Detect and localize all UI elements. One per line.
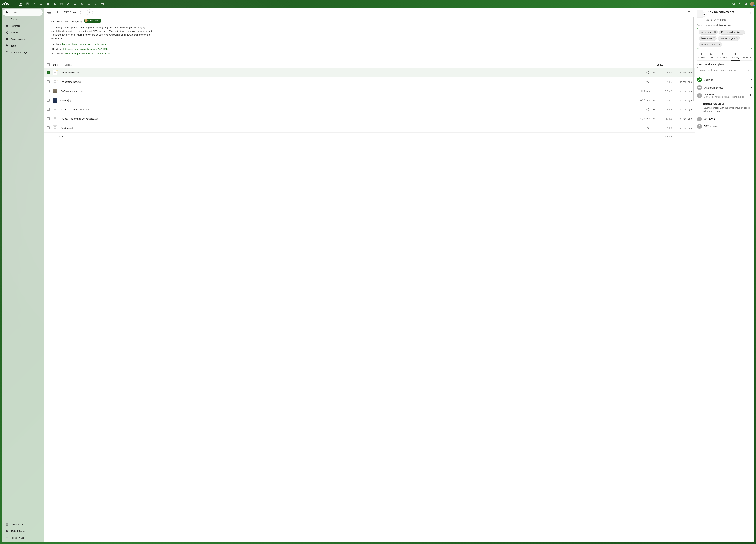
chevron-down-icon[interactable]: ▾ xyxy=(751,86,752,89)
more-actions-icon[interactable]: ••• xyxy=(652,125,657,131)
toggle-sidebar-icon[interactable] xyxy=(47,10,52,15)
project-link-url[interactable]: https://tech-preview.nextcloud.com/f/514… xyxy=(62,43,107,46)
add-button[interactable]: + xyxy=(87,9,93,15)
contacts-menu-icon[interactable] xyxy=(744,2,747,5)
row-checkbox[interactable] xyxy=(47,90,50,92)
more-actions-icon[interactable]: ••• xyxy=(652,98,657,103)
tab-chat[interactable]: Chat xyxy=(708,52,714,60)
row-checkbox[interactable] xyxy=(47,127,50,129)
list-icon[interactable] xyxy=(87,2,90,5)
share-file-icon[interactable] xyxy=(645,79,650,85)
clipboard-icon[interactable] xyxy=(750,94,752,97)
file-row[interactable]: CAT scanner room.jpg Shared ••• 5.5 MB a… xyxy=(44,86,695,96)
more-actions-icon[interactable]: ••• xyxy=(652,88,657,94)
search-icon[interactable] xyxy=(732,2,735,5)
row-checkbox[interactable] xyxy=(47,108,50,111)
file-name[interactable]: CAT scanner room.jpg xyxy=(60,90,637,92)
tag-chip[interactable]: internal project✕ xyxy=(718,36,740,41)
tag-chip[interactable]: cat scanner✕ xyxy=(699,30,718,35)
file-name[interactable]: Project Timeline and Deliverables.ods xyxy=(60,117,637,120)
home-icon[interactable] xyxy=(55,10,60,15)
grid-view-icon[interactable] xyxy=(686,10,692,15)
file-name[interactable]: Project CAT scan slides.odp xyxy=(60,108,642,111)
remove-tag-icon[interactable]: ✕ xyxy=(718,43,720,46)
scrollbar[interactable] xyxy=(693,17,694,101)
user-avatar[interactable] xyxy=(750,2,754,6)
bookmarks-icon[interactable] xyxy=(80,2,83,5)
file-row[interactable]: Project Timeline and Deliverables.ods Sh… xyxy=(44,114,695,123)
breadcrumb-current[interactable]: CAT Scan xyxy=(64,11,76,14)
sidebar-deleted-files[interactable]: Deleted files xyxy=(3,521,43,528)
file-name[interactable]: Readme.md xyxy=(60,127,642,129)
project-link-url[interactable]: https://tech-preview.nextcloud.com/f/514… xyxy=(63,48,108,50)
tab-sharing[interactable]: Sharing xyxy=(731,52,740,61)
remove-tag-icon[interactable]: ✕ xyxy=(736,37,738,40)
more-icon[interactable]: ••• xyxy=(740,10,745,16)
share-search-input[interactable]: Name, email, or Federated Cloud ID … ⌄ xyxy=(697,67,752,73)
tag-chip[interactable]: scanning rooms✕ xyxy=(699,42,722,47)
actions-button[interactable]: ••• Actions xyxy=(61,64,72,66)
notes-icon[interactable] xyxy=(67,2,70,5)
shared-indicator[interactable]: Shared xyxy=(640,99,650,102)
photos-icon[interactable] xyxy=(26,2,29,5)
row-checkbox[interactable]: ✓ xyxy=(47,71,50,74)
tags-input[interactable]: cat scanner✕Evergreen hospital✕healthcar… xyxy=(697,28,752,49)
deck-icon[interactable] xyxy=(74,2,77,5)
tasks-icon[interactable] xyxy=(94,2,97,5)
file-row[interactable]: Project CAT scan slides.odp ••• 26 KB an… xyxy=(44,105,695,114)
tables-icon[interactable] xyxy=(101,2,104,5)
mail-icon[interactable] xyxy=(46,2,49,5)
sidebar-item-external-storage[interactable]: External storage xyxy=(3,49,43,56)
row-checkbox[interactable] xyxy=(47,80,50,83)
tab-activity[interactable]: Activity xyxy=(698,52,705,60)
file-row[interactable]: ct-scan.jpg Shared ••• 242 KB an hour ag… xyxy=(44,96,695,105)
files-icon[interactable] xyxy=(19,3,22,6)
activity-icon[interactable] xyxy=(33,2,36,5)
add-share-link-icon[interactable]: + xyxy=(751,78,752,81)
sidebar-settings[interactable]: Files settings xyxy=(3,534,43,541)
remove-tag-icon[interactable]: ✕ xyxy=(714,31,716,34)
share-file-icon[interactable] xyxy=(645,70,650,75)
project-link-url[interactable]: https://tech-preview.nextcloud.com/f/514… xyxy=(65,52,110,55)
tab-versions[interactable]: Versions xyxy=(742,52,752,60)
tag-chip[interactable]: Evergreen hospital✕ xyxy=(719,30,745,35)
shared-indicator[interactable]: Shared xyxy=(640,117,650,120)
dashboard-icon[interactable] xyxy=(12,2,15,5)
file-row[interactable]: Readme.md ••• < 1 KB an hour ago xyxy=(44,123,695,133)
nextcloud-logo[interactable] xyxy=(2,2,9,5)
more-actions-icon[interactable]: ••• xyxy=(652,107,657,112)
share-breadcrumb-icon[interactable] xyxy=(77,10,83,15)
calendar-icon[interactable] xyxy=(60,2,63,5)
row-checkbox[interactable] xyxy=(47,117,50,120)
sidebar-item-shares[interactable]: Shares xyxy=(3,29,43,36)
file-name[interactable]: ct-scan.jpg xyxy=(60,99,637,102)
row-checkbox[interactable] xyxy=(47,99,50,102)
remove-tag-icon[interactable]: ✕ xyxy=(713,37,715,40)
manager-chip[interactable]: Leon Green xyxy=(84,19,101,23)
share-link-row[interactable]: Share link + xyxy=(697,76,752,84)
contacts-icon[interactable] xyxy=(53,2,56,5)
related-item[interactable]: CAT scanner xyxy=(697,123,752,130)
more-actions-icon[interactable]: ••• xyxy=(652,79,657,85)
file-name[interactable]: Project timelines.md xyxy=(60,81,642,83)
close-icon[interactable]: ✕ xyxy=(747,10,752,16)
chevron-down-icon[interactable]: ⌄ xyxy=(748,37,750,40)
shared-indicator[interactable]: Shared xyxy=(640,90,650,92)
related-item[interactable]: CAT Scan xyxy=(697,116,752,123)
sidebar-item-favorites[interactable]: Favorites xyxy=(3,22,43,29)
file-row[interactable]: ★ Project timelines.md ••• < 1 KB an hou… xyxy=(44,77,695,86)
notifications-icon[interactable] xyxy=(738,2,741,5)
sidebar-item-recent[interactable]: Recent xyxy=(3,16,43,22)
file-name[interactable]: Key objectives.odt xyxy=(60,71,642,74)
tab-comments[interactable]: Comments xyxy=(717,52,728,60)
share-file-icon[interactable] xyxy=(645,125,650,131)
more-actions-icon[interactable]: ••• xyxy=(652,70,657,75)
sidebar-item-group-folders[interactable]: Group folders xyxy=(3,36,43,42)
others-access-row[interactable]: ••• Others with access ▾ xyxy=(697,84,752,92)
more-actions-icon[interactable]: ••• xyxy=(652,116,657,121)
sidebar-item-all-files[interactable]: All files xyxy=(3,9,43,16)
remove-tag-icon[interactable]: ✕ xyxy=(741,31,743,34)
share-file-icon[interactable] xyxy=(645,107,650,112)
talk-icon[interactable] xyxy=(40,2,43,5)
tag-chip[interactable]: healthcare✕ xyxy=(699,36,717,41)
